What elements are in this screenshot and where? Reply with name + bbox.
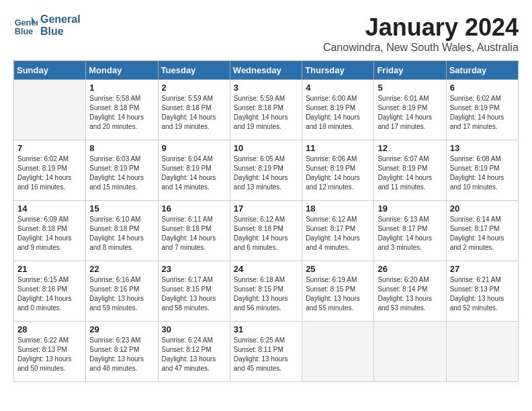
calendar-cell: 28Sunrise: 6:22 AM Sunset: 8:13 PM Dayli… (14, 322, 86, 382)
day-info: Sunrise: 6:25 AM Sunset: 8:11 PM Dayligh… (234, 336, 298, 373)
day-number: 28 (17, 324, 82, 334)
calendar-cell: 8Sunrise: 6:03 AM Sunset: 8:19 PM Daylig… (86, 140, 158, 201)
calendar-cell: 22Sunrise: 6:16 AM Sunset: 8:16 PM Dayli… (86, 261, 158, 322)
calendar-cell: 13Sunrise: 6:08 AM Sunset: 8:19 PM Dayli… (446, 140, 518, 201)
day-info: Sunrise: 6:07 AM Sunset: 8:19 PM Dayligh… (378, 154, 442, 192)
day-number: 8 (89, 143, 154, 153)
calendar-week-2: 7Sunrise: 6:02 AM Sunset: 8:19 PM Daylig… (14, 140, 519, 201)
page-header: General Blue General Blue January 2024 C… (13, 13, 519, 54)
weekday-header-wednesday: Wednesday (230, 61, 302, 80)
calendar-cell: 31Sunrise: 6:25 AM Sunset: 8:11 PM Dayli… (230, 322, 302, 382)
day-number: 13 (450, 143, 515, 153)
calendar-cell: 21Sunrise: 6:15 AM Sunset: 8:16 PM Dayli… (14, 261, 86, 322)
day-number: 10 (234, 143, 298, 153)
day-info: Sunrise: 6:16 AM Sunset: 8:16 PM Dayligh… (89, 275, 154, 313)
day-number: 22 (89, 264, 154, 274)
day-info: Sunrise: 6:05 AM Sunset: 8:19 PM Dayligh… (234, 154, 298, 192)
day-info: Sunrise: 6:02 AM Sunset: 8:19 PM Dayligh… (17, 154, 82, 192)
calendar-cell: 26Sunrise: 6:20 AM Sunset: 8:14 PM Dayli… (374, 261, 446, 322)
day-number: 19 (378, 203, 442, 214)
day-info: Sunrise: 6:00 AM Sunset: 8:19 PM Dayligh… (306, 94, 370, 132)
calendar-cell: 24Sunrise: 6:18 AM Sunset: 8:15 PM Dayli… (230, 261, 302, 322)
day-info: Sunrise: 6:12 AM Sunset: 8:18 PM Dayligh… (234, 215, 298, 253)
day-number: 14 (17, 203, 82, 214)
weekday-header-row: SundayMondayTuesdayWednesdayThursdayFrid… (14, 61, 519, 80)
calendar-cell: 16Sunrise: 6:11 AM Sunset: 8:18 PM Dayli… (158, 201, 230, 261)
calendar-week-1: 1Sunrise: 5:58 AM Sunset: 8:18 PM Daylig… (14, 80, 519, 140)
day-info: Sunrise: 6:10 AM Sunset: 8:18 PM Dayligh… (89, 215, 154, 253)
weekday-header-saturday: Saturday (446, 61, 518, 80)
day-info: Sunrise: 6:04 AM Sunset: 8:19 PM Dayligh… (162, 154, 226, 192)
day-info: Sunrise: 6:06 AM Sunset: 8:19 PM Dayligh… (306, 154, 370, 192)
calendar-cell: 30Sunrise: 6:24 AM Sunset: 8:12 PM Dayli… (158, 322, 230, 382)
day-number: 17 (234, 203, 298, 214)
month-title: January 2024 (323, 13, 519, 42)
calendar-cell: 3Sunrise: 5:59 AM Sunset: 8:18 PM Daylig… (230, 80, 302, 140)
day-info: Sunrise: 6:17 AM Sunset: 8:15 PM Dayligh… (162, 275, 226, 313)
logo: General Blue General Blue (13, 13, 81, 38)
day-info: Sunrise: 6:21 AM Sunset: 8:13 PM Dayligh… (450, 275, 515, 313)
day-info: Sunrise: 6:09 AM Sunset: 8:18 PM Dayligh… (17, 215, 82, 253)
weekday-header-sunday: Sunday (14, 61, 86, 80)
logo-icon: General Blue (13, 13, 38, 38)
title-block: January 2024 Canowindra, New South Wales… (323, 13, 519, 54)
day-number: 9 (162, 143, 226, 153)
weekday-header-friday: Friday (374, 61, 446, 80)
calendar-cell (374, 322, 446, 382)
calendar-cell: 27Sunrise: 6:21 AM Sunset: 8:13 PM Dayli… (446, 261, 518, 322)
day-number: 12 (378, 143, 442, 153)
day-number: 27 (450, 264, 515, 274)
day-number: 11 (306, 143, 370, 153)
day-info: Sunrise: 6:14 AM Sunset: 8:17 PM Dayligh… (450, 215, 515, 253)
day-info: Sunrise: 5:59 AM Sunset: 8:18 PM Dayligh… (162, 94, 226, 132)
weekday-header-thursday: Thursday (302, 61, 374, 80)
day-number: 25 (306, 264, 370, 274)
day-number: 2 (162, 83, 226, 93)
calendar-cell: 6Sunrise: 6:02 AM Sunset: 8:19 PM Daylig… (446, 80, 518, 140)
calendar-table: SundayMondayTuesdayWednesdayThursdayFrid… (13, 60, 519, 382)
day-number: 7 (17, 143, 82, 153)
day-number: 30 (162, 324, 226, 334)
logo-blue: Blue (40, 26, 81, 38)
day-number: 23 (162, 264, 226, 274)
svg-text:Blue: Blue (15, 27, 33, 36)
day-number: 1 (89, 83, 154, 93)
day-number: 3 (234, 83, 298, 93)
day-info: Sunrise: 6:02 AM Sunset: 8:19 PM Dayligh… (450, 94, 515, 132)
day-info: Sunrise: 6:03 AM Sunset: 8:19 PM Dayligh… (89, 154, 154, 192)
calendar-cell (446, 322, 518, 382)
day-info: Sunrise: 5:59 AM Sunset: 8:18 PM Dayligh… (234, 94, 298, 132)
calendar-cell: 19Sunrise: 6:13 AM Sunset: 8:17 PM Dayli… (374, 201, 446, 261)
day-number: 15 (89, 203, 154, 214)
day-number: 5 (378, 83, 442, 93)
calendar-body: 1Sunrise: 5:58 AM Sunset: 8:18 PM Daylig… (14, 80, 519, 382)
day-number: 26 (378, 264, 442, 274)
weekday-header-tuesday: Tuesday (158, 61, 230, 80)
calendar-cell: 12Sunrise: 6:07 AM Sunset: 8:19 PM Dayli… (374, 140, 446, 201)
calendar-cell: 5Sunrise: 6:01 AM Sunset: 8:19 PM Daylig… (374, 80, 446, 140)
calendar-cell: 15Sunrise: 6:10 AM Sunset: 8:18 PM Dayli… (86, 201, 158, 261)
calendar-cell: 29Sunrise: 6:23 AM Sunset: 8:12 PM Dayli… (86, 322, 158, 382)
calendar-cell (14, 80, 86, 140)
day-number: 29 (89, 324, 154, 334)
day-info: Sunrise: 6:23 AM Sunset: 8:12 PM Dayligh… (89, 336, 154, 373)
day-number: 18 (306, 203, 370, 214)
calendar-week-3: 14Sunrise: 6:09 AM Sunset: 8:18 PM Dayli… (14, 201, 519, 261)
day-number: 4 (306, 83, 370, 93)
day-info: Sunrise: 6:24 AM Sunset: 8:12 PM Dayligh… (162, 336, 226, 373)
calendar-cell: 20Sunrise: 6:14 AM Sunset: 8:17 PM Dayli… (446, 201, 518, 261)
day-info: Sunrise: 5:58 AM Sunset: 8:18 PM Dayligh… (89, 94, 154, 132)
day-number: 24 (234, 264, 298, 274)
day-info: Sunrise: 6:18 AM Sunset: 8:15 PM Dayligh… (234, 275, 298, 313)
calendar-cell: 4Sunrise: 6:00 AM Sunset: 8:19 PM Daylig… (302, 80, 374, 140)
day-info: Sunrise: 6:13 AM Sunset: 8:17 PM Dayligh… (378, 215, 442, 253)
day-info: Sunrise: 6:15 AM Sunset: 8:16 PM Dayligh… (17, 275, 82, 313)
logo-general: General (40, 13, 81, 26)
calendar-cell: 18Sunrise: 6:12 AM Sunset: 8:17 PM Dayli… (302, 201, 374, 261)
day-info: Sunrise: 6:20 AM Sunset: 8:14 PM Dayligh… (378, 275, 442, 313)
day-number: 6 (450, 83, 515, 93)
calendar-cell: 7Sunrise: 6:02 AM Sunset: 8:19 PM Daylig… (14, 140, 86, 201)
day-info: Sunrise: 6:08 AM Sunset: 8:19 PM Dayligh… (450, 154, 515, 192)
day-number: 31 (234, 324, 298, 334)
calendar-cell: 25Sunrise: 6:19 AM Sunset: 8:15 PM Dayli… (302, 261, 374, 322)
